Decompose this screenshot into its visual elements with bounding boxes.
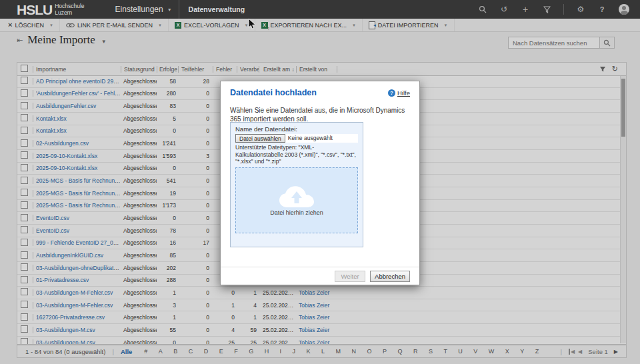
upload-cloud-icon: [278, 185, 315, 208]
help-icon: ?: [388, 89, 395, 97]
dialog-title: Datendatei hochladen: [230, 88, 317, 97]
help-link[interactable]: ? Hilfe: [388, 89, 410, 97]
dialog-intro-text: Wählen Sie eine Datendatei aus, die in M…: [221, 97, 419, 123]
app-window: HSLU HochschuleLuzern Einstellungen ▼ Da…: [0, 0, 640, 364]
supported-file-types: Unterstützte Dateitypen: "XML-Kalkulatio…: [235, 144, 358, 165]
file-dropzone[interactable]: Datei hierhin ziehen: [235, 167, 358, 233]
no-file-selected-text: Keine ausgewählt: [285, 134, 358, 143]
file-name-label: Name der Datendatei:: [235, 125, 358, 133]
file-select-box: Name der Datendatei: Datei auswählen Kei…: [230, 122, 363, 247]
next-button[interactable]: Weiter: [335, 271, 365, 282]
upload-data-file-dialog: Datendatei hochladen ? Hilfe Wählen Sie …: [220, 81, 420, 285]
dropzone-label: Datei hierhin ziehen: [270, 209, 323, 216]
cancel-button[interactable]: Abbrechen: [370, 271, 410, 282]
choose-file-button[interactable]: Datei auswählen: [235, 134, 285, 143]
dialog-footer: Weiter Abbrechen: [221, 267, 419, 285]
